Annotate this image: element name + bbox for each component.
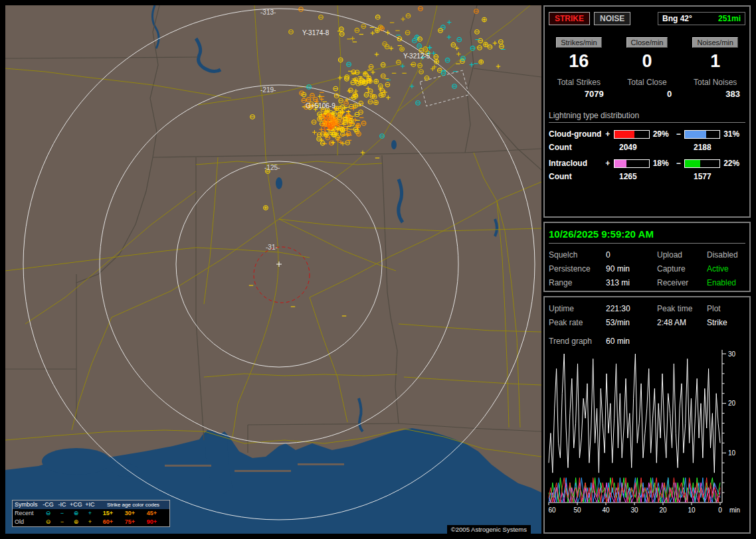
strikes-per-min-button[interactable]: Strikes/min — [556, 37, 601, 48]
uptime-value: 221:30 — [606, 304, 657, 313]
storm-cell-label: Y-3174-8 — [302, 29, 330, 37]
status-grid: Squelch 0 Upload Disabled Persistence 90… — [549, 250, 745, 287]
distribution-title: Lightning type distribution — [549, 111, 745, 123]
strikes-per-min-value: 16 — [545, 51, 613, 72]
svg-text:60: 60 — [548, 506, 556, 514]
map-canvas[interactable]: -313- -219- -125- -31- Y-3174-8 Y-3212-5… — [5, 5, 541, 534]
legend-recent-row: Recent ⊖ − ⊕ + 15+ 30+ 45+ — [13, 509, 169, 518]
legend-col-cg-pos: +CG — [69, 501, 83, 509]
close-per-min-value: 0 — [613, 51, 682, 72]
svg-text:50: 50 — [573, 506, 581, 514]
range-value: 251mi — [718, 14, 741, 23]
receiver-label: Receiver — [657, 278, 707, 287]
age-badge: 75+ — [119, 518, 141, 526]
close-per-min-button[interactable]: Close/min — [626, 37, 668, 48]
cg-neg-count: 2188 — [692, 143, 711, 152]
ic-minus-icon: − — [55, 518, 69, 526]
ic-pos-bar — [614, 159, 650, 168]
plus-sign: + — [604, 159, 612, 168]
age-badge: 45+ — [141, 509, 163, 518]
legend-symbols-title: Symbols — [13, 501, 41, 509]
ic-plus-icon: + — [83, 518, 97, 526]
legend-col-cg-neg: -CG — [41, 501, 55, 509]
storm-cell-label: G+5106-9 — [306, 102, 335, 110]
trend-graph-label: Trend graph — [549, 337, 606, 346]
legend-old-row: Old ⊖ − ⊕ + 60+ 75+ 90+ — [13, 518, 169, 526]
cg-plus-icon: ⊕ — [69, 518, 83, 526]
rate-column-strikes: Strikes/min 16 Total Strikes 7079 — [545, 36, 613, 99]
plot-label: Plot — [707, 304, 745, 313]
legend-col-ic-neg: -IC — [55, 501, 69, 509]
rate-columns: Strikes/min 16 Total Strikes 7079 Close/… — [545, 36, 749, 99]
count-label: Count — [549, 172, 614, 181]
age-badge: 60+ — [97, 518, 119, 526]
rate-column-noises: Noises/min 1 Total Noises 383 — [681, 36, 749, 99]
cg-neg-pct: 31% — [722, 129, 745, 139]
ic-pos-count: 1265 — [614, 172, 692, 181]
cloud-ground-count-row: Count 2049 2188 — [549, 143, 745, 152]
total-close-label: Total Close — [613, 78, 682, 87]
cg-neg-bar — [684, 130, 720, 139]
intracloud-count-row: Count 1265 1577 — [549, 172, 745, 181]
svg-text:30: 30 — [630, 506, 638, 514]
trend-header: Trend graph 60 min — [549, 337, 745, 346]
age-badge: 90+ — [141, 518, 163, 526]
ic-pos-pct: 18% — [652, 159, 675, 168]
datetime-display: 10/26/2025 9:59:20 AM — [549, 228, 745, 244]
legend-header-row: Symbols -CG -IC +CG +IC Strike age color… — [13, 501, 169, 509]
svg-text:10: 10 — [728, 449, 736, 457]
cg-minus-icon: ⊖ — [41, 518, 55, 526]
peak-time-label: Peak time — [657, 304, 707, 313]
capture-label: Capture — [657, 264, 707, 273]
intracloud-label: Intracloud — [549, 159, 604, 168]
ring-label: -31- — [266, 244, 278, 251]
bearing-value: Bng 42° — [662, 14, 692, 23]
capture-status: Active — [707, 264, 745, 273]
minus-sign: − — [675, 159, 683, 168]
ring-label: -313- — [260, 9, 276, 16]
persistence-label: Persistence — [549, 264, 606, 273]
trend-graph: 1020306050403020100min — [546, 348, 747, 516]
total-strikes-label: Total Strikes — [545, 78, 613, 87]
legend-recent-label: Recent — [13, 509, 41, 518]
status-panel: 10/26/2025 9:59:20 AM Squelch 0 Upload D… — [543, 222, 751, 292]
upload-status: Disabled — [707, 250, 745, 260]
total-noises-value: 383 — [681, 89, 749, 99]
map-legend: Symbols -CG -IC +CG +IC Strike age color… — [12, 500, 170, 527]
ic-neg-bar — [684, 159, 720, 168]
lightning-map[interactable]: -313- -219- -125- -31- Y-3174-8 Y-3212-5… — [5, 5, 541, 534]
plus-sign: + — [604, 129, 612, 139]
total-strikes-value: 7079 — [545, 89, 613, 99]
ic-minus-icon: − — [55, 509, 69, 518]
total-close-value: 0 — [613, 89, 682, 99]
plot-value: Strike — [707, 318, 745, 327]
ring-label: -219- — [260, 86, 276, 94]
cg-pos-bar — [614, 130, 650, 139]
strike-mode-button[interactable]: STRIKE — [549, 12, 590, 25]
noises-per-min-value: 1 — [681, 51, 749, 72]
ic-neg-count: 1577 — [692, 172, 711, 181]
ic-plus-icon: + — [83, 509, 97, 518]
cg-minus-icon: ⊖ — [41, 509, 55, 518]
cg-plus-icon: ⊕ — [69, 509, 83, 518]
noise-mode-button[interactable]: NOISE — [594, 12, 630, 25]
cg-pos-pct: 29% — [652, 129, 675, 139]
legend-old-label: Old — [13, 518, 41, 526]
noises-per-min-button[interactable]: Noises/min — [692, 37, 737, 48]
upload-label: Upload — [657, 250, 707, 260]
svg-text:20: 20 — [659, 506, 667, 514]
receiver-status: Enabled — [707, 278, 745, 287]
range-setting-value: 313 mi — [606, 278, 657, 287]
cloud-ground-row: Cloud-ground + 29% − 31% — [549, 129, 745, 139]
trend-window-value: 60 min — [606, 337, 745, 346]
svg-text:min: min — [729, 506, 740, 514]
cg-pos-count: 2049 — [614, 143, 692, 152]
svg-text:20: 20 — [728, 400, 736, 407]
cloud-ground-label: Cloud-ground — [549, 129, 604, 139]
copyright-notice: ©2005 Astrogenic Systems — [447, 525, 531, 534]
persistence-value: 90 min — [606, 264, 657, 273]
count-label: Count — [549, 143, 614, 152]
trend-panel: Uptime 221:30 Peak time Plot Peak rate 5… — [543, 296, 751, 534]
intracloud-row: Intracloud + 18% − 22% — [549, 159, 745, 168]
peak-time-value: 2:48 AM — [657, 318, 707, 327]
